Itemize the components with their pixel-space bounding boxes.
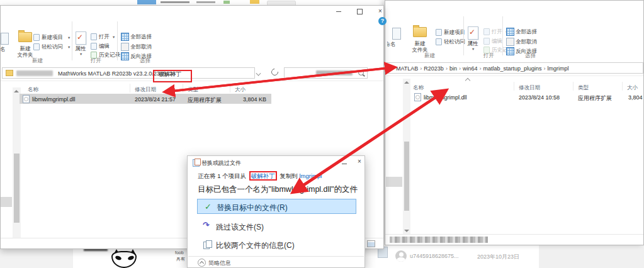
dialog-title: 替换或跳过文件 (201, 159, 241, 167)
scrollbar-thumb[interactable] (404, 142, 409, 211)
close-button[interactable]: × (373, 8, 387, 16)
titlebar-left: × (1, 6, 383, 16)
maximize-button[interactable] (353, 8, 366, 16)
address-box-left[interactable]: MathWorks MATLAB R2023b v23.2.0.2365128 … (2, 67, 255, 79)
easy-access-icon (33, 43, 40, 50)
rename-button-partial[interactable]: 重命名 (1, 31, 11, 57)
nav-pane-highlight[interactable] (1, 197, 12, 207)
refresh-icon[interactable] (270, 67, 280, 77)
column-header-size[interactable]: 大小 (235, 86, 246, 94)
file-size: 3,804 (628, 94, 643, 101)
comment-date: 2023年10月23日 (477, 253, 519, 261)
nav-pane-highlight[interactable] (386, 177, 402, 187)
column-header-name[interactable]: 名称 (28, 86, 38, 94)
breadcrumb-item[interactable]: bin (449, 65, 457, 72)
censored-path-blur (16, 70, 53, 76)
replace-option-button[interactable]: ✓ 替换目标中的文件(R) (197, 199, 356, 214)
rename-icon (392, 28, 401, 40)
column-header-date[interactable]: 修改日期 (135, 86, 156, 94)
scroll-down-arrow[interactable] (404, 230, 409, 232)
dialog-footer-label[interactable]: 简略信息 (208, 259, 231, 267)
header-divider (230, 84, 230, 92)
scroll-up-arrow[interactable] (404, 81, 409, 84)
censored-search-blur (316, 70, 353, 75)
select-all-icon (506, 28, 514, 36)
file-date: 2023/8/24 10:58 (519, 94, 560, 101)
breadcrumb-item[interactable]: R2023b (424, 65, 444, 72)
breadcrumb-separator: › (444, 65, 449, 72)
copy-source-link[interactable]: 破解补丁 (249, 171, 277, 181)
edit-icon (91, 43, 97, 50)
rename-button-partial[interactable]: 重命名 (387, 26, 404, 52)
breadcrumb-item[interactable]: matlab_startup_plugins (483, 65, 541, 72)
comment-username[interactable]: u7445918628675... (410, 253, 459, 259)
ribbon-right: 重命名 新建 文件夹 新建项目▾ 轻松访问▾ 新建 ✓ 属性 ▾ 打开▾ (385, 11, 643, 61)
webpage-logo-caption-2: 具有 (176, 256, 185, 262)
logo-head (111, 251, 137, 268)
search-box[interactable] (284, 67, 368, 79)
skip-icon: ↷ (203, 220, 210, 230)
breadcrumb-item[interactable]: MATLAB (396, 65, 418, 72)
minimize-button[interactable] (332, 8, 346, 16)
address-folder-icon (6, 70, 13, 76)
scrollbar-thumb[interactable] (14, 154, 20, 223)
column-header-name[interactable]: 名称 (413, 84, 424, 92)
dll-file-icon (23, 95, 30, 103)
file-date: 2023/8/24 21:57 (135, 96, 176, 103)
check-icon: ✓ (205, 202, 212, 211)
annotation-box-patch-folder (153, 70, 192, 82)
address-dropdown-icon[interactable] (256, 71, 261, 76)
scroll-up-arrow[interactable] (14, 90, 19, 92)
titlebar-right (385, 1, 643, 11)
webpage-logo-caption-1: foob (175, 250, 184, 255)
open-icon (483, 28, 490, 35)
dll-file-icon (414, 93, 421, 101)
breadcrumb-item[interactable]: lmgrimpl (547, 65, 568, 72)
top-strip-blue-block (137, 0, 156, 4)
copy-middle: 复制到 (280, 172, 298, 179)
copy-prefix: 正在将 1 个项目从 (198, 172, 246, 179)
new-item-icon (33, 34, 40, 41)
new-item-icon (436, 29, 442, 36)
new-folder-icon (413, 27, 427, 37)
file-name[interactable]: libmwlmgrimpl.dll (424, 94, 467, 101)
foobar-alien-logo (111, 250, 138, 268)
column-header-type[interactable]: 类型 (188, 86, 198, 94)
column-header-date[interactable]: 修改日期 (519, 84, 540, 92)
dialog-minimize-button[interactable] (337, 160, 351, 168)
copy-dest-link[interactable]: lmgrimpl (299, 172, 322, 179)
ribbon-left: 重命名 新建 文件夹 新建项目▾ 轻松访问▾ 新建 ✓ 属性 ▾ 打开▾ (1, 16, 383, 66)
statusbar-right (385, 234, 643, 245)
breadcrumb-separator: › (457, 65, 463, 72)
column-header-type[interactable]: 类型 (578, 84, 589, 92)
header-divider (183, 84, 183, 92)
file-name[interactable]: libmwlmgrimpl.dll (32, 96, 76, 103)
column-header-size[interactable]: 大小 (627, 84, 638, 92)
address-box-right[interactable]: MATLAB›R2023b›bin›win64›matlab_startup_p… (387, 62, 643, 74)
compare-files-icon (203, 242, 210, 249)
file-type: 应用程序扩展 (578, 94, 612, 103)
header-divider (514, 82, 514, 91)
select-all-icon (121, 33, 129, 41)
comment-avatar[interactable] (395, 250, 407, 262)
breadcrumb-separator: › (418, 65, 424, 72)
dialog-subtitle: 目标已包含一个名为"libmwlmgrimpl.dll"的文件 (198, 184, 358, 195)
select-none-icon (121, 43, 129, 51)
copy-status-line: 正在将 1 个项目从 破解补丁 复制到 lmgrimpl (198, 172, 322, 181)
select-none-icon (506, 38, 514, 46)
details-view-icon[interactable] (367, 240, 375, 247)
header-divider (622, 82, 623, 91)
webpage-bottom-left-band (0, 249, 73, 268)
edit-icon (483, 38, 490, 45)
invert-selection-icon (121, 52, 129, 60)
help-icon[interactable]: ? (378, 17, 387, 25)
replace-skip-dialog: 替换或跳过文件 × 正在将 1 个项目从 破解补丁 复制到 lmgrimpl 目… (187, 155, 365, 268)
header-divider (130, 84, 130, 92)
webpage-gray-panel (539, 245, 644, 268)
breadcrumb-item[interactable]: win64 (463, 65, 478, 72)
dialog-close-button[interactable]: × (353, 158, 366, 166)
collapse-details-icon[interactable] (198, 259, 206, 267)
status-censored-mosaic (390, 237, 488, 243)
new-folder-icon (18, 32, 32, 42)
top-strip-green-block (223, 1, 230, 4)
